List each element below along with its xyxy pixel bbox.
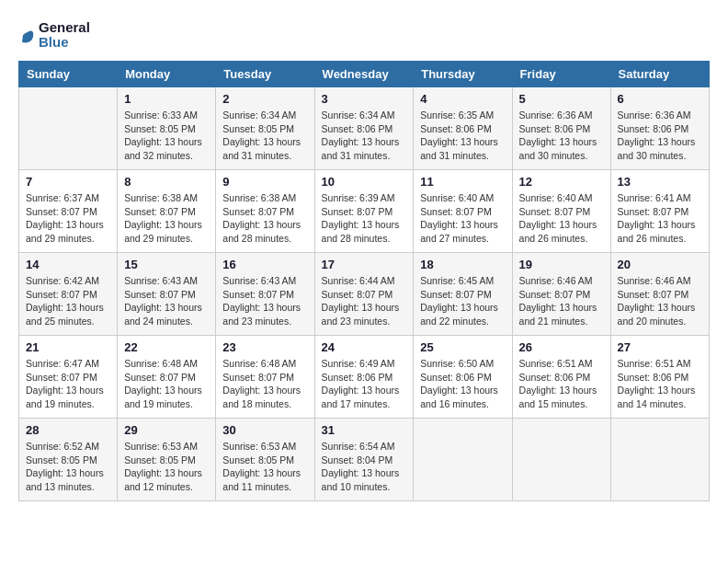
header-tuesday: Tuesday bbox=[216, 62, 314, 87]
day-number: 21 bbox=[26, 340, 110, 354]
calendar-cell bbox=[610, 419, 709, 501]
calendar-cell: 1Sunrise: 6:33 AMSunset: 8:05 PMDaylight… bbox=[118, 87, 216, 170]
day-number: 17 bbox=[322, 258, 407, 271]
day-number: 3 bbox=[322, 92, 407, 106]
day-info: Sunrise: 6:47 AMSunset: 8:07 PMDaylight:… bbox=[26, 357, 110, 411]
day-info: Sunrise: 6:54 AMSunset: 8:04 PMDaylight:… bbox=[322, 440, 407, 494]
calendar-cell: 3Sunrise: 6:34 AMSunset: 8:06 PMDaylight… bbox=[314, 87, 414, 170]
day-info: Sunrise: 6:46 AMSunset: 8:07 PMDaylight:… bbox=[519, 274, 604, 328]
calendar-cell: 15Sunrise: 6:43 AMSunset: 8:07 PMDayligh… bbox=[118, 253, 216, 336]
calendar-cell bbox=[512, 419, 610, 501]
day-number: 18 bbox=[420, 258, 505, 271]
calendar-cell: 4Sunrise: 6:35 AMSunset: 8:06 PMDaylight… bbox=[414, 87, 512, 170]
day-info: Sunrise: 6:38 AMSunset: 8:07 PMDaylight:… bbox=[124, 191, 209, 246]
calendar-cell bbox=[414, 419, 512, 501]
calendar-cell: 28Sunrise: 6:52 AMSunset: 8:05 PMDayligh… bbox=[19, 419, 118, 501]
calendar-cell: 18Sunrise: 6:45 AMSunset: 8:07 PMDayligh… bbox=[414, 253, 512, 336]
day-info: Sunrise: 6:34 AMSunset: 8:05 PMDaylight:… bbox=[222, 109, 307, 163]
day-number: 16 bbox=[222, 258, 307, 271]
day-number: 2 bbox=[222, 92, 307, 106]
day-info: Sunrise: 6:53 AMSunset: 8:05 PMDaylight:… bbox=[222, 440, 307, 494]
calendar-cell: 8Sunrise: 6:38 AMSunset: 8:07 PMDaylight… bbox=[118, 170, 216, 253]
calendar-cell: 11Sunrise: 6:40 AMSunset: 8:07 PMDayligh… bbox=[414, 170, 512, 253]
calendar-cell: 2Sunrise: 6:34 AMSunset: 8:05 PMDaylight… bbox=[216, 87, 314, 170]
calendar-cell: 21Sunrise: 6:47 AMSunset: 8:07 PMDayligh… bbox=[19, 336, 118, 419]
week-row-4: 21Sunrise: 6:47 AMSunset: 8:07 PMDayligh… bbox=[19, 336, 710, 419]
day-number: 13 bbox=[618, 175, 702, 189]
day-info: Sunrise: 6:36 AMSunset: 8:06 PMDaylight:… bbox=[519, 109, 604, 163]
header-sunday: Sunday bbox=[19, 62, 118, 87]
calendar-cell: 25Sunrise: 6:50 AMSunset: 8:06 PMDayligh… bbox=[414, 336, 512, 419]
day-number: 12 bbox=[519, 175, 604, 189]
calendar-cell: 23Sunrise: 6:48 AMSunset: 8:07 PMDayligh… bbox=[216, 336, 314, 419]
week-row-5: 28Sunrise: 6:52 AMSunset: 8:05 PMDayligh… bbox=[19, 419, 710, 501]
calendar-cell: 24Sunrise: 6:49 AMSunset: 8:06 PMDayligh… bbox=[314, 336, 414, 419]
day-number: 20 bbox=[618, 258, 702, 271]
day-number: 22 bbox=[124, 340, 209, 354]
day-info: Sunrise: 6:48 AMSunset: 8:07 PMDaylight:… bbox=[124, 357, 209, 411]
day-number: 1 bbox=[124, 92, 209, 106]
day-number: 6 bbox=[618, 92, 702, 106]
day-info: Sunrise: 6:33 AMSunset: 8:05 PMDaylight:… bbox=[124, 109, 209, 163]
logo-blue: Blue bbox=[39, 35, 90, 51]
calendar-cell: 19Sunrise: 6:46 AMSunset: 8:07 PMDayligh… bbox=[512, 253, 610, 336]
day-info: Sunrise: 6:49 AMSunset: 8:06 PMDaylight:… bbox=[322, 357, 407, 411]
calendar-cell: 14Sunrise: 6:42 AMSunset: 8:07 PMDayligh… bbox=[19, 253, 118, 336]
day-info: Sunrise: 6:50 AMSunset: 8:06 PMDaylight:… bbox=[420, 357, 505, 411]
day-number: 15 bbox=[124, 258, 209, 271]
calendar-table: SundayMondayTuesdayWednesdayThursdayFrid… bbox=[18, 61, 710, 501]
calendar-cell: 29Sunrise: 6:53 AMSunset: 8:05 PMDayligh… bbox=[118, 419, 216, 501]
day-number: 25 bbox=[420, 340, 505, 354]
day-info: Sunrise: 6:37 AMSunset: 8:07 PMDaylight:… bbox=[26, 191, 110, 246]
day-number: 8 bbox=[124, 175, 209, 189]
day-number: 26 bbox=[519, 340, 604, 354]
calendar-cell: 22Sunrise: 6:48 AMSunset: 8:07 PMDayligh… bbox=[118, 336, 216, 419]
week-row-2: 7Sunrise: 6:37 AMSunset: 8:07 PMDaylight… bbox=[19, 170, 710, 253]
header-friday: Friday bbox=[512, 62, 610, 87]
day-info: Sunrise: 6:34 AMSunset: 8:06 PMDaylight:… bbox=[322, 109, 407, 163]
day-number: 14 bbox=[26, 258, 110, 271]
calendar-cell: 5Sunrise: 6:36 AMSunset: 8:06 PMDaylight… bbox=[512, 87, 610, 170]
week-row-1: 1Sunrise: 6:33 AMSunset: 8:05 PMDaylight… bbox=[19, 87, 710, 170]
calendar-cell: 20Sunrise: 6:46 AMSunset: 8:07 PMDayligh… bbox=[610, 253, 709, 336]
header-monday: Monday bbox=[118, 62, 216, 87]
day-number: 9 bbox=[222, 175, 307, 189]
calendar-cell: 13Sunrise: 6:41 AMSunset: 8:07 PMDayligh… bbox=[610, 170, 709, 253]
day-info: Sunrise: 6:46 AMSunset: 8:07 PMDaylight:… bbox=[618, 274, 702, 328]
page-header: General Blue bbox=[18, 18, 710, 52]
calendar-cell: 10Sunrise: 6:39 AMSunset: 8:07 PMDayligh… bbox=[314, 170, 414, 253]
day-number: 31 bbox=[322, 423, 407, 437]
day-info: Sunrise: 6:38 AMSunset: 8:07 PMDaylight:… bbox=[222, 191, 307, 246]
day-info: Sunrise: 6:51 AMSunset: 8:06 PMDaylight:… bbox=[618, 357, 702, 411]
day-info: Sunrise: 6:43 AMSunset: 8:07 PMDaylight:… bbox=[222, 274, 307, 328]
day-number: 19 bbox=[519, 258, 604, 271]
calendar-cell: 7Sunrise: 6:37 AMSunset: 8:07 PMDaylight… bbox=[19, 170, 118, 253]
logo-general: General bbox=[39, 20, 90, 36]
day-number: 30 bbox=[222, 423, 307, 437]
day-number: 4 bbox=[420, 92, 505, 106]
day-info: Sunrise: 6:39 AMSunset: 8:07 PMDaylight:… bbox=[322, 191, 407, 246]
day-number: 7 bbox=[26, 175, 110, 189]
calendar-cell: 6Sunrise: 6:36 AMSunset: 8:06 PMDaylight… bbox=[610, 87, 709, 170]
day-info: Sunrise: 6:36 AMSunset: 8:06 PMDaylight:… bbox=[618, 109, 702, 163]
calendar-cell: 26Sunrise: 6:51 AMSunset: 8:06 PMDayligh… bbox=[512, 336, 610, 419]
day-info: Sunrise: 6:52 AMSunset: 8:05 PMDaylight:… bbox=[26, 440, 110, 494]
header-thursday: Thursday bbox=[414, 62, 512, 87]
header-wednesday: Wednesday bbox=[314, 62, 414, 87]
logo-bird-icon bbox=[18, 18, 37, 52]
logo-container: General Blue bbox=[18, 18, 90, 52]
day-info: Sunrise: 6:51 AMSunset: 8:06 PMDaylight:… bbox=[519, 357, 604, 411]
week-row-3: 14Sunrise: 6:42 AMSunset: 8:07 PMDayligh… bbox=[19, 253, 710, 336]
day-info: Sunrise: 6:41 AMSunset: 8:07 PMDaylight:… bbox=[618, 191, 702, 246]
calendar-cell: 16Sunrise: 6:43 AMSunset: 8:07 PMDayligh… bbox=[216, 253, 314, 336]
header-row: SundayMondayTuesdayWednesdayThursdayFrid… bbox=[19, 62, 710, 87]
day-info: Sunrise: 6:53 AMSunset: 8:05 PMDaylight:… bbox=[124, 440, 209, 494]
calendar-cell: 9Sunrise: 6:38 AMSunset: 8:07 PMDaylight… bbox=[216, 170, 314, 253]
day-number: 29 bbox=[124, 423, 209, 437]
day-info: Sunrise: 6:45 AMSunset: 8:07 PMDaylight:… bbox=[420, 274, 505, 328]
day-number: 28 bbox=[26, 423, 110, 437]
day-number: 5 bbox=[519, 92, 604, 106]
calendar-cell: 27Sunrise: 6:51 AMSunset: 8:06 PMDayligh… bbox=[610, 336, 709, 419]
calendar-cell: 17Sunrise: 6:44 AMSunset: 8:07 PMDayligh… bbox=[314, 253, 414, 336]
day-info: Sunrise: 6:43 AMSunset: 8:07 PMDaylight:… bbox=[124, 274, 209, 328]
